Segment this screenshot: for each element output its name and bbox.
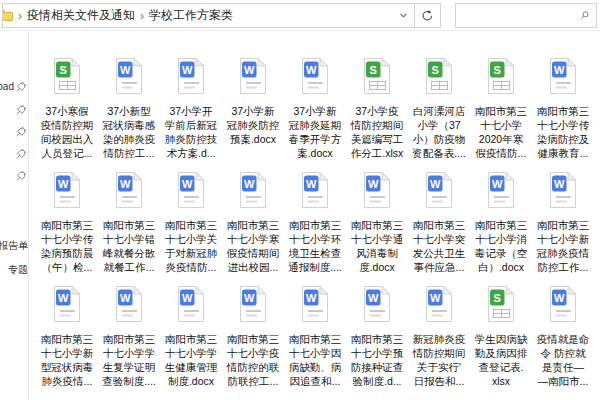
word-file-icon: W	[486, 171, 516, 213]
svg-text:W: W	[306, 292, 317, 304]
word-file-icon: W	[300, 57, 330, 99]
word-file-icon: W	[238, 171, 268, 213]
file-name: 南阳市第三十七小学突发公共卫生事件应急...	[408, 218, 470, 274]
word-file-icon: W	[114, 285, 144, 327]
word-file-icon: W	[176, 171, 206, 213]
word-file-icon: W	[362, 171, 392, 213]
file-item[interactable]: W疫情就是命令 防控就是责任——南阳市...	[532, 280, 594, 394]
file-item[interactable]: W新冠肺炎疫情防控期间关于实行'日报告和...	[408, 280, 470, 394]
svg-text:W: W	[182, 292, 193, 304]
file-item[interactable]: W南阳市第三十七小学消毒记录（空白）.docx	[470, 166, 532, 280]
word-file-icon: W	[548, 285, 578, 327]
sidebar-item[interactable]: 专题	[0, 262, 28, 278]
word-file-icon: W	[176, 57, 206, 99]
pin-icon	[16, 170, 27, 181]
file-item[interactable]: W南阳市第三十七小学因病缺勤、病因追查和...	[284, 280, 346, 394]
sidebar-item[interactable]: oad	[0, 78, 28, 94]
svg-text:W: W	[120, 64, 131, 76]
file-item[interactable]: S37小学疫情防控期间美篇编写工作分工.xlsx	[346, 52, 408, 166]
file-item[interactable]: S南阳市第三十七小学2020年寒假疫情防...	[470, 52, 532, 166]
file-name: 南阳市第三十七小学2020年寒假疫情防...	[470, 104, 532, 160]
chevron-down-icon	[398, 10, 409, 21]
excel-file-icon: S	[362, 57, 392, 99]
excel-file-icon: S	[52, 57, 82, 99]
file-name: 学生因病缺勤及病因排查登记表.xlsx	[470, 332, 532, 388]
file-name: 南阳市第三十七小学寒假疫情期间进出校园...	[222, 218, 284, 274]
file-item[interactable]: W南阳市第三十七小学环境卫生检查通报制度....	[284, 166, 346, 280]
svg-text:W: W	[58, 178, 69, 190]
file-name: 37小学新冠肺炎延期春季开学方案.docx	[284, 104, 346, 160]
file-name: 南阳市第三十七小学传染病防控及健康教育...	[532, 104, 594, 160]
file-name: 南阳市第三十七小学消毒记录（空白）.docx	[470, 218, 532, 274]
word-file-icon: W	[548, 171, 578, 213]
file-name: 南阳市第三十七小学因病缺勤、病因追查和...	[284, 332, 346, 388]
svg-text:W: W	[58, 292, 69, 304]
file-item[interactable]: W37小学新冠肺炎防控预案.docx	[222, 52, 284, 166]
svg-text:W: W	[244, 292, 255, 304]
file-name: 南阳市第三十七小学学生健康管理制度.docx	[160, 332, 222, 388]
file-item[interactable]: W南阳市第三十七小学新型冠状病毒肺炎疫情...	[36, 280, 98, 394]
file-name: 37小学疫情防控期间美篇编写工作分工.xlsx	[346, 104, 408, 160]
search-icon	[580, 9, 590, 22]
file-name: 疫情就是命令 防控就是责任——南阳市...	[532, 332, 594, 388]
word-file-icon: W	[114, 57, 144, 99]
pin-icon	[16, 126, 27, 137]
refresh-button[interactable]	[414, 3, 441, 28]
svg-text:S: S	[432, 64, 439, 76]
file-item[interactable]: W南阳市第三十七小学寒假疫情期间进出校园...	[222, 166, 284, 280]
svg-text:W: W	[368, 292, 379, 304]
file-item[interactable]: W南阳市第三十七小学预防接种证查验制度.d...	[346, 280, 408, 394]
file-item[interactable]: W南阳市第三十七小学传染病预防晨（午）检...	[36, 166, 98, 280]
svg-text:W: W	[554, 292, 565, 304]
sidebar-item[interactable]	[0, 167, 28, 183]
file-item[interactable]: W南阳市第三十七小学学生复学证明查验制度....	[98, 280, 160, 394]
file-name: 南阳市第三十七小学通风消毒制度.docx	[346, 218, 408, 274]
svg-text:W: W	[244, 64, 255, 76]
file-item[interactable]: W37小学新冠肺炎延期春季开学方案.docx	[284, 52, 346, 166]
file-item[interactable]: W南阳市第三十七小学通风消毒制度.docx	[346, 166, 408, 280]
word-file-icon: W	[52, 285, 82, 327]
breadcrumb-item-parent[interactable]: 疫情相关文件及通知	[27, 7, 135, 24]
file-name: 南阳市第三十七小学疫情防控的联防联控工...	[222, 332, 284, 388]
file-item[interactable]: S学生因病缺勤及病因排查登记表.xlsx	[470, 280, 532, 394]
file-item[interactable]: W南阳市第三十七小学新冠肺炎疫情防控工作...	[532, 166, 594, 280]
toolbar: › 疫情相关文件及通知 › 学校工作方案类	[0, 0, 600, 31]
sidebar-item-label: oad	[0, 81, 14, 92]
file-item[interactable]: W37小学开学前后新冠肺炎防控技术方案.d...	[160, 52, 222, 166]
file-item[interactable]: W南阳市第三十七小学关于对新冠肺炎疫情防...	[160, 166, 222, 280]
word-file-icon: W	[114, 171, 144, 213]
file-name: 南阳市第三十七小学学生复学证明查验制度....	[98, 332, 160, 388]
svg-text:W: W	[244, 178, 255, 190]
file-item[interactable]: W南阳市第三十七小学突发公共卫生事件应急...	[408, 166, 470, 280]
file-item[interactable]: W南阳市第三十七小学传染病防控及健康教育...	[532, 52, 594, 166]
sidebar-item[interactable]: 报告单	[0, 238, 28, 254]
file-item[interactable]: W37小新型冠状病毒感染的肺炎疫情防控工...	[98, 52, 160, 166]
svg-text:S: S	[494, 64, 501, 76]
address-dropdown-button[interactable]	[392, 4, 414, 27]
search-input[interactable]	[462, 8, 580, 24]
file-grid: S37小寒假疫情防控期间校园出入人员登记...W37小新型冠状病毒感染的肺炎疫情…	[36, 52, 594, 394]
file-item[interactable]: W南阳市第三十七小学疫情防控的联防联控工...	[222, 280, 284, 394]
svg-text:W: W	[306, 64, 317, 76]
sidebar-item[interactable]	[0, 145, 28, 161]
file-item[interactable]: W南阳市第三十七小学错峰就餐分散就餐工作...	[98, 166, 160, 280]
address-bar[interactable]: › 疫情相关文件及通知 › 学校工作方案类	[2, 3, 415, 28]
file-name: 南阳市第三十七小学关于对新冠肺炎疫情防...	[160, 218, 222, 274]
search-box[interactable]	[455, 3, 597, 28]
file-name: 37小新型冠状病毒感染的肺炎疫情防控工...	[98, 104, 160, 160]
sidebar-item-label: 报告单	[0, 239, 28, 253]
file-item[interactable]: S37小寒假疫情防控期间校园出入人员登记...	[36, 52, 98, 166]
file-item[interactable]: W南阳市第三十七小学学生健康管理制度.docx	[160, 280, 222, 394]
sidebar-item[interactable]	[0, 101, 28, 117]
word-file-icon: W	[424, 171, 454, 213]
file-explorer-window: › 疫情相关文件及通知 › 学校工作方案类 oa	[0, 0, 600, 400]
svg-text:W: W	[492, 178, 503, 190]
breadcrumb-item-current[interactable]: 学校工作方案类	[149, 7, 233, 24]
breadcrumb-separator-icon: ›	[135, 9, 149, 23]
file-name: 南阳市第三十七小学预防接种证查验制度.d...	[346, 332, 408, 388]
sidebar-item[interactable]	[0, 123, 28, 139]
svg-text:W: W	[182, 64, 193, 76]
file-name: 新冠肺炎疫情防控期间关于实行'日报告和...	[408, 332, 470, 388]
svg-text:W: W	[430, 178, 441, 190]
file-item[interactable]: S白河溧河店小学（37小）防疫物资配备表....	[408, 52, 470, 166]
